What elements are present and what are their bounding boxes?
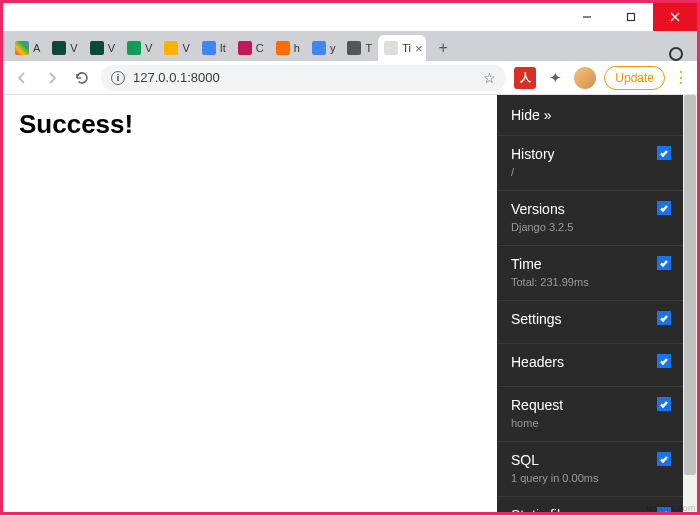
tab-label: y [330, 42, 336, 54]
djdt-panel[interactable]: TimeTotal: 231.99ms [497, 245, 683, 300]
favicon [276, 41, 290, 55]
djdt-panel[interactable]: Settings [497, 300, 683, 343]
djdt-panel-checkbox[interactable] [657, 201, 671, 215]
favicon [15, 41, 29, 55]
djdt-panel-checkbox[interactable] [657, 256, 671, 270]
search-tabs-icon[interactable] [669, 47, 683, 61]
favicon [347, 41, 361, 55]
djdt-panel-subtitle: Django 3.2.5 [511, 221, 669, 233]
tab-label: A [33, 42, 40, 54]
tab-label: h [294, 42, 300, 54]
maximize-button[interactable] [609, 3, 653, 31]
extensions-icon[interactable]: ✦ [544, 67, 566, 89]
watermark: wsxdn.com [646, 503, 696, 513]
browser-tab[interactable]: T [341, 35, 378, 61]
titlebar [3, 3, 697, 31]
profile-avatar[interactable] [574, 67, 596, 89]
djdt-panel-title: Time [511, 256, 669, 272]
djdt-panel-checkbox[interactable] [657, 146, 671, 160]
browser-tab[interactable]: It [196, 35, 232, 61]
djdt-panel-checkbox[interactable] [657, 354, 671, 368]
toolbar: i 127.0.0.1:8000 ☆ 人 ✦ Update ⋮ [3, 61, 697, 95]
browser-tab[interactable]: V [121, 35, 158, 61]
favicon [238, 41, 252, 55]
djdt-panel-subtitle: home [511, 417, 669, 429]
djdt-panel-title: Request [511, 397, 669, 413]
favicon [90, 41, 104, 55]
djdt-panel[interactable]: History/ [497, 135, 683, 190]
update-button[interactable]: Update [604, 66, 665, 90]
close-button[interactable] [653, 3, 697, 31]
svg-rect-1 [628, 14, 635, 21]
djdt-panel-title: History [511, 146, 669, 162]
djdt-panel[interactable]: Headers [497, 343, 683, 386]
favicon [52, 41, 66, 55]
django-debug-toolbar: Hide » History/VersionsDjango 3.2.5TimeT… [497, 95, 683, 512]
tab-label: V [182, 42, 189, 54]
djdt-panel-title: Headers [511, 354, 669, 370]
djdt-panel-subtitle: Total: 231.99ms [511, 276, 669, 288]
browser-tab[interactable]: V [158, 35, 195, 61]
favicon [202, 41, 216, 55]
tab-label: V [70, 42, 77, 54]
djdt-panel-checkbox[interactable] [657, 397, 671, 411]
forward-button[interactable] [41, 67, 63, 89]
djdt-panel-checkbox[interactable] [657, 452, 671, 466]
browser-tab[interactable]: h [270, 35, 306, 61]
scrollbar-thumb[interactable] [684, 95, 696, 475]
minimize-button[interactable] [565, 3, 609, 31]
browser-tab[interactable]: Ti× [378, 35, 426, 61]
tabstrip: AVVVVItChyTTi×+ [3, 31, 697, 61]
favicon [312, 41, 326, 55]
menu-button[interactable]: ⋮ [673, 68, 689, 87]
browser-tab[interactable]: V [84, 35, 121, 61]
tab-label: C [256, 42, 264, 54]
browser-tab[interactable]: C [232, 35, 270, 61]
browser-tab[interactable]: V [46, 35, 83, 61]
favicon [164, 41, 178, 55]
content-area: Success! Hide » History/VersionsDjango 3… [3, 95, 697, 512]
url-text: 127.0.0.1:8000 [133, 70, 220, 85]
djdt-hide-button[interactable]: Hide » [497, 95, 683, 135]
browser-tab[interactable]: A [9, 35, 46, 61]
tab-label: V [108, 42, 115, 54]
favicon [127, 41, 141, 55]
browser-tab[interactable]: y [306, 35, 342, 61]
djdt-panel-title: Settings [511, 311, 669, 327]
djdt-panel[interactable]: VersionsDjango 3.2.5 [497, 190, 683, 245]
bookmark-star-icon[interactable]: ☆ [483, 70, 496, 86]
extension-adobe-icon[interactable]: 人 [514, 67, 536, 89]
new-tab-button[interactable]: + [430, 35, 456, 61]
address-bar[interactable]: i 127.0.0.1:8000 ☆ [101, 65, 506, 91]
djdt-panel-title: SQL [511, 452, 669, 468]
djdt-panel-subtitle: / [511, 166, 669, 178]
tab-label: V [145, 42, 152, 54]
tab-label: It [220, 42, 226, 54]
djdt-panel-checkbox[interactable] [657, 311, 671, 325]
vertical-scrollbar[interactable] [683, 95, 697, 512]
tab-close-icon[interactable]: × [415, 41, 423, 56]
djdt-panel-subtitle: 1 query in 0.00ms [511, 472, 669, 484]
djdt-panel[interactable]: SQL1 query in 0.00ms [497, 441, 683, 496]
tab-label: T [365, 42, 372, 54]
favicon [384, 41, 398, 55]
back-button[interactable] [11, 67, 33, 89]
reload-button[interactable] [71, 67, 93, 89]
djdt-panel-title: Versions [511, 201, 669, 217]
info-icon: i [111, 71, 125, 85]
tab-label: Ti [402, 42, 411, 54]
djdt-panel[interactable]: Requesthome [497, 386, 683, 441]
